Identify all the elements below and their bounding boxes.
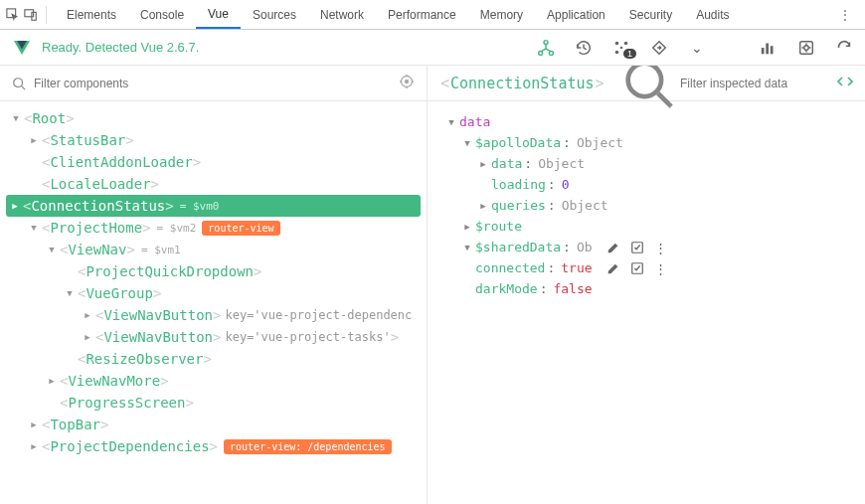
- expand-icon[interactable]: ▶: [477, 200, 489, 212]
- expand-icon[interactable]: ▶: [461, 221, 473, 233]
- data-row-queries[interactable]: ▶queries:Object: [441, 195, 851, 216]
- inspect-icon[interactable]: [6, 8, 20, 22]
- inspector-header: <ConnectionStatus>: [428, 66, 865, 101]
- performance-icon[interactable]: [760, 39, 778, 57]
- tree-node-vuegroup[interactable]: ▼<VueGroup>: [0, 282, 427, 304]
- tree-node-clientaddonloader[interactable]: <ClientAddonLoader>: [0, 151, 427, 173]
- chevron-down-icon[interactable]: ⌄: [688, 39, 706, 57]
- tree-node-projectquickdropdown[interactable]: <ProjectQuickDropdown>: [0, 260, 427, 282]
- expand-icon[interactable]: ▶: [28, 440, 40, 452]
- expand-icon[interactable]: [64, 353, 76, 365]
- tree-node-root[interactable]: ▼<Root>: [0, 107, 427, 129]
- expand-icon[interactable]: ▼: [445, 116, 457, 128]
- component-tree: ▼<Root>▶<StatusBar><ClientAddonLoader><L…: [0, 101, 427, 504]
- expand-icon[interactable]: ▼: [28, 222, 40, 234]
- expand-icon[interactable]: [461, 262, 473, 274]
- filter-bar: [0, 66, 427, 101]
- svg-rect-12: [766, 43, 769, 54]
- header-icons: 1 ⌄: [537, 39, 853, 57]
- search-icon: [12, 77, 26, 90]
- data-row-loading[interactable]: loading:0: [441, 174, 851, 195]
- expand-icon[interactable]: [64, 265, 76, 277]
- vuex-icon[interactable]: 1: [612, 39, 630, 57]
- data-row-data[interactable]: ▼data: [441, 111, 851, 132]
- data-row-$route[interactable]: ▶$route: [441, 216, 851, 237]
- expand-icon[interactable]: [46, 397, 58, 409]
- tree-node-connectionstatus[interactable]: ▶<ConnectionStatus>= $vm0: [6, 195, 421, 217]
- quickedit-icon[interactable]: [630, 261, 644, 275]
- expand-icon[interactable]: ▶: [28, 134, 40, 146]
- svg-rect-11: [762, 48, 765, 54]
- svg-point-10: [620, 46, 623, 49]
- tree-node-projecthome[interactable]: ▼<ProjectHome>= $vm2router-view: [0, 217, 427, 239]
- expand-icon[interactable]: ▶: [46, 375, 58, 387]
- tree-node-projectdependencies[interactable]: ▶<ProjectDependencies>router-view: /depe…: [0, 435, 427, 457]
- tab-memory[interactable]: Memory: [468, 0, 535, 29]
- tree-node-localeloader[interactable]: <LocaleLoader>: [0, 173, 427, 195]
- refresh-icon[interactable]: [835, 39, 853, 57]
- more-icon[interactable]: ⋮: [654, 261, 668, 275]
- data-row-$apolloData[interactable]: ▼$apolloData:Object: [441, 132, 851, 153]
- settings-icon[interactable]: [797, 39, 815, 57]
- expand-icon[interactable]: [28, 156, 40, 168]
- filter-components-input[interactable]: [34, 77, 399, 90]
- filter-data-input[interactable]: [680, 77, 829, 90]
- svg-point-8: [615, 50, 619, 54]
- tab-elements[interactable]: Elements: [55, 0, 128, 29]
- expand-icon[interactable]: ▼: [461, 137, 473, 149]
- expand-icon[interactable]: ▼: [10, 112, 22, 124]
- data-row-data[interactable]: ▶data:Object: [441, 153, 851, 174]
- expand-icon[interactable]: ▼: [46, 244, 58, 255]
- edit-icon[interactable]: [606, 241, 620, 254]
- svg-point-18: [406, 81, 409, 84]
- expand-icon[interactable]: ▶: [28, 419, 40, 430]
- tree-node-viewnavmore[interactable]: ▶<ViewNavMore>: [0, 370, 427, 392]
- expand-icon[interactable]: ▶: [477, 158, 489, 170]
- components-panel: ▼<Root>▶<StatusBar><ClientAddonLoader><L…: [0, 66, 428, 504]
- data-row-connected[interactable]: connected:true⋮: [441, 257, 851, 278]
- tree-node-viewnav[interactable]: ▼<ViewNav>= $vm1: [0, 239, 427, 260]
- tree-node-resizeobserver[interactable]: <ResizeObserver>: [0, 348, 427, 370]
- data-row-$sharedData[interactable]: ▼$sharedData:Ob⋮: [441, 237, 851, 257]
- expand-icon[interactable]: [28, 178, 40, 190]
- expand-icon[interactable]: ▼: [64, 287, 76, 299]
- tab-security[interactable]: Security: [617, 0, 684, 29]
- tab-application[interactable]: Application: [535, 0, 617, 29]
- components-icon[interactable]: [537, 39, 555, 57]
- tab-audits[interactable]: Audits: [684, 0, 741, 29]
- history-icon[interactable]: [575, 39, 593, 57]
- expand-icon[interactable]: [477, 179, 489, 191]
- more-icon[interactable]: ⋮: [654, 241, 668, 254]
- expand-icon[interactable]: ▶: [82, 331, 93, 343]
- tree-node-viewnavbutton[interactable]: ▶<ViewNavButton>key='vue-project-tasks'>: [0, 326, 427, 348]
- tab-console[interactable]: Console: [128, 0, 196, 29]
- target-icon[interactable]: [399, 74, 415, 92]
- code-icon[interactable]: [837, 74, 853, 92]
- inspected-component-name: <ConnectionStatus>: [439, 75, 606, 92]
- quickedit-icon[interactable]: [630, 241, 644, 254]
- svg-rect-13: [771, 46, 774, 54]
- tree-node-viewnavbutton[interactable]: ▶<ViewNavButton>key='vue-project-depende…: [0, 304, 427, 326]
- svg-point-19: [627, 66, 660, 96]
- edit-icon[interactable]: [606, 261, 620, 275]
- tab-sources[interactable]: Sources: [241, 0, 308, 29]
- expand-icon[interactable]: [461, 283, 473, 295]
- tree-node-progressscreen[interactable]: <ProgressScreen>: [0, 392, 427, 414]
- vue-header: Ready. Detected Vue 2.6.7. 1 ⌄: [0, 30, 865, 66]
- expand-icon[interactable]: ▶: [82, 309, 93, 321]
- device-icon[interactable]: [24, 8, 38, 22]
- tree-node-statusbar[interactable]: ▶<StatusBar>: [0, 129, 427, 151]
- tree-node-topbar[interactable]: ▶<TopBar>: [0, 414, 427, 435]
- svg-point-16: [14, 78, 23, 86]
- data-row-darkMode[interactable]: darkMode:false: [441, 278, 851, 299]
- routing-icon[interactable]: [650, 39, 668, 57]
- more-icon[interactable]: ⋮: [831, 8, 859, 22]
- tab-performance[interactable]: Performance: [376, 0, 468, 29]
- svg-point-7: [624, 41, 628, 45]
- tab-vue[interactable]: Vue: [196, 0, 241, 29]
- status-text: Ready. Detected Vue 2.6.7.: [42, 40, 199, 55]
- tab-network[interactable]: Network: [308, 0, 376, 29]
- inspector-panel: <ConnectionStatus> Quick edit ⬉ ▼data▼$a…: [428, 66, 865, 504]
- expand-icon[interactable]: ▶: [9, 200, 21, 212]
- expand-icon[interactable]: ▼: [461, 242, 473, 253]
